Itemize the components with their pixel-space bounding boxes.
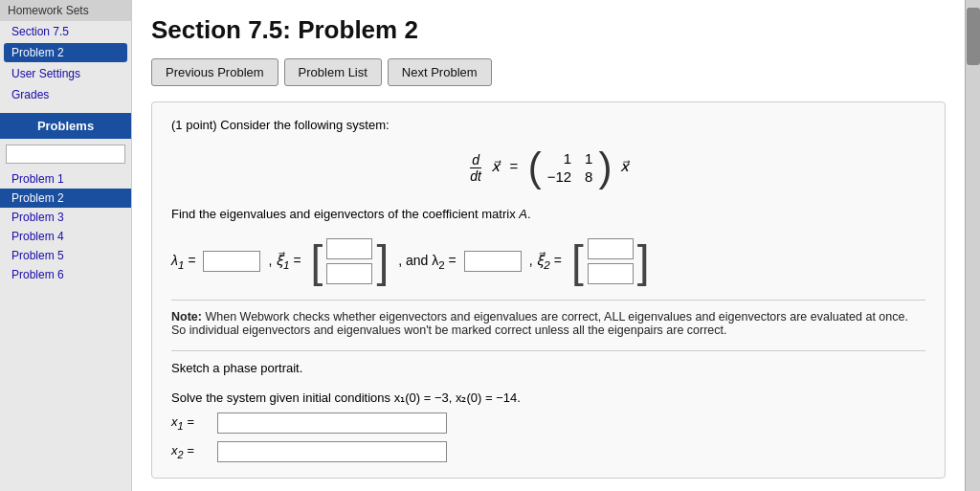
problems-header: Problems [0, 113, 131, 139]
problem-box: (1 point) Consider the following system:… [151, 101, 946, 479]
sidebar-item-section75[interactable]: Section 7.5 [0, 21, 131, 42]
matrix-r1c2: 1 [585, 150, 592, 167]
sidebar-item-problem2[interactable]: Problem 2 [4, 43, 127, 62]
xi1-grid [323, 236, 376, 286]
xi1-bracket: [ ] [311, 236, 390, 286]
sidebar-item-user-settings[interactable]: User Settings [0, 63, 131, 84]
equals-sign: = [509, 158, 518, 174]
sidebar-item-grades[interactable]: Grades [0, 84, 131, 105]
left-bracket: ( [528, 147, 542, 188]
sidebar-problem-4[interactable]: Problem 4 [0, 227, 131, 246]
x2-input[interactable] [217, 441, 447, 462]
right-bracket: ) [598, 147, 612, 188]
sidebar-problem-2[interactable]: Problem 2 [0, 189, 131, 208]
xi1-left-bracket: [ [311, 239, 323, 283]
xi2-bracket: [ ] [571, 236, 650, 286]
xi2-grid [584, 236, 637, 286]
x-vec-right: x⃗ [620, 158, 629, 174]
problem-intro: (1 point) Consider the following system: [171, 118, 925, 132]
matrix-equation: d dt x⃗ = ( 1 1 −12 8 ) [171, 147, 925, 188]
xi2-label: , ξ⃗2 = [529, 253, 562, 271]
xi1-top-input[interactable] [326, 238, 372, 259]
find-text: Find the eigenvalues and eigenvectors of… [171, 207, 925, 221]
eigenvalue-row: λ1 = , ξ⃗1 = [ ] , and λ2 = , ξ⃗2 = [171, 236, 925, 286]
xi2-bottom-input[interactable] [588, 263, 634, 284]
navigation-buttons: Previous Problem Problem List Next Probl… [151, 58, 946, 86]
x1-label: x1 = [171, 414, 210, 432]
note-text: When Webwork checks whether eigenvectors… [171, 310, 908, 337]
xi2-right-bracket: ] [637, 239, 650, 283]
solve-intro: Solve the system given initial condition… [171, 391, 925, 405]
matrix-r1c1: 1 [547, 150, 571, 167]
problem-list-button[interactable]: Problem List [284, 58, 382, 86]
xi2-top-input[interactable] [588, 238, 634, 259]
x1-input[interactable] [217, 413, 447, 434]
and-lambda2-label: , and λ2 = [398, 253, 457, 271]
xi2-left-bracket: [ [571, 239, 584, 283]
lambda1-label: λ1 = [171, 253, 195, 271]
note-label: Note: [171, 310, 202, 324]
solve-section: Solve the system given initial condition… [171, 385, 925, 462]
x2-row: x2 = [171, 441, 925, 462]
sketch-section: Sketch a phase portrait. [171, 350, 925, 375]
x1-row: x1 = [171, 413, 925, 434]
homework-sets-header: Homework Sets [0, 0, 131, 21]
matrix-r2c2: 8 [585, 168, 592, 185]
sidebar-problem-1[interactable]: Problem 1 [0, 169, 131, 189]
main-content: Section 7.5: Problem 2 Previous Problem … [132, 0, 965, 491]
sidebar: Homework Sets Section 7.5 Problem 2 User… [0, 0, 132, 491]
scrollbar[interactable] [965, 0, 980, 491]
matrix-r2c1: −12 [547, 168, 571, 185]
coefficient-matrix: ( 1 1 −12 8 ) [528, 147, 612, 188]
sidebar-problem-6[interactable]: Problem 6 [0, 265, 131, 284]
xi1-bottom-input[interactable] [326, 263, 372, 284]
fraction-d-dt: d dt [468, 152, 483, 184]
previous-problem-button[interactable]: Previous Problem [151, 58, 278, 86]
x-vec-left: x⃗ [491, 158, 503, 174]
xi1-right-bracket: ] [376, 239, 389, 283]
lambda1-input[interactable] [203, 251, 260, 272]
note-box: Note: When Webwork checks whether eigenv… [171, 300, 925, 337]
scrollbar-thumb[interactable] [967, 8, 980, 65]
page-title: Section 7.5: Problem 2 [151, 15, 946, 45]
xi1-label: , ξ⃗1 = [268, 253, 301, 271]
sidebar-problem-5[interactable]: Problem 5 [0, 246, 131, 265]
sketch-label: Sketch a phase portrait. [171, 361, 302, 375]
problems-search-input[interactable] [6, 145, 125, 164]
matrix-name: A [519, 207, 527, 221]
x2-label: x2 = [171, 443, 210, 460]
matrix-grid: 1 1 −12 8 [542, 148, 599, 187]
sidebar-problem-3[interactable]: Problem 3 [0, 208, 131, 227]
lambda2-input[interactable] [464, 251, 522, 272]
next-problem-button[interactable]: Next Problem [388, 58, 492, 86]
